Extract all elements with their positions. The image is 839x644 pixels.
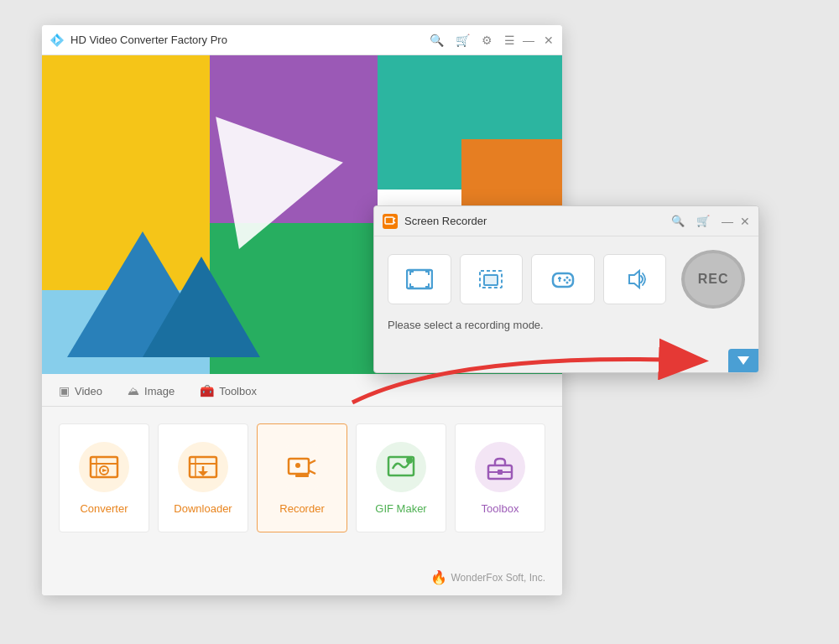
audio-mode-button[interactable] (603, 254, 667, 304)
recorder-label: Recorder (279, 502, 324, 515)
recorder-button[interactable]: Recorder (257, 423, 347, 532)
video-tab-icon: ▣ (59, 384, 70, 397)
titlebar-icons: 🔍 🛒 ⚙ ☰ (430, 34, 515, 47)
recorder-title-icon (383, 214, 398, 229)
recorder-popup: Screen Recorder 🔍 🛒 — ✕ (373, 205, 759, 373)
rec-button[interactable]: REC (681, 250, 745, 309)
toolbar-nav: ▣ Video ⛰ Image 🧰 Toolbox (42, 374, 562, 407)
bottom-toolbar: ▣ Video ⛰ Image 🧰 Toolbox (42, 374, 562, 595)
toolbox-button[interactable]: Toolbox (455, 423, 545, 532)
cart-icon[interactable]: 🛒 (456, 34, 470, 47)
toolbox-label: Toolbox (482, 502, 519, 515)
brand-text: WonderFox Soft, Inc. (451, 572, 546, 584)
svg-marker-37 (629, 271, 639, 288)
downloader-icon (178, 442, 228, 492)
footer-brand: 🔥 WonderFox Soft, Inc. (430, 569, 546, 585)
minimize-button[interactable]: — (522, 34, 535, 47)
search-icon[interactable]: 🔍 (430, 34, 444, 47)
gifmaker-label: GIF Maker (375, 502, 426, 515)
app-icon (49, 32, 65, 49)
main-title: HD Video Converter Factory Pro (70, 34, 430, 46)
gifmaker-button[interactable]: GIF Maker (356, 423, 446, 532)
svg-marker-7 (102, 469, 107, 472)
downloader-label: Downloader (174, 502, 232, 515)
close-button[interactable]: ✕ (542, 34, 555, 47)
recorder-body: REC (374, 236, 758, 319)
recorder-minimize-button[interactable]: — (722, 215, 733, 228)
menu-icon[interactable]: ☰ (504, 34, 515, 47)
tab-video[interactable]: ▣ Video (59, 384, 102, 406)
converter-button[interactable]: Converter (59, 423, 149, 532)
svg-point-36 (565, 282, 568, 284)
rec-label: REC (698, 272, 729, 287)
recorder-title-text: Screen Recorder (404, 215, 671, 227)
svg-rect-23 (385, 217, 393, 224)
toolbox-tab-label: Toolbox (219, 385, 257, 397)
toolbar-items: Converter Downloader (42, 407, 562, 549)
image-tab-label: Image (144, 385, 175, 397)
tab-toolbox[interactable]: 🧰 Toolbox (200, 384, 257, 406)
toolbox-tab-icon: 🧰 (200, 384, 214, 397)
image-tab-icon: ⛰ (128, 384, 139, 397)
status-text: Please select a recording mode. (388, 319, 544, 331)
toolbox-icon (475, 442, 525, 492)
recorder-search-icon[interactable]: 🔍 (671, 215, 685, 227)
main-titlebar: HD Video Converter Factory Pro 🔍 🛒 ⚙ ☰ —… (42, 25, 562, 55)
region-mode-button[interactable] (460, 254, 524, 304)
gifmaker-icon (376, 442, 426, 492)
recorder-close-button[interactable]: ✕ (740, 215, 750, 228)
converter-label: Converter (80, 502, 128, 515)
play-shape (216, 96, 355, 249)
svg-marker-12 (198, 471, 208, 476)
svg-point-34 (568, 279, 571, 282)
recorder-titlebar-icons: 🔍 🛒 (671, 215, 710, 227)
fullscreen-mode-button[interactable] (388, 254, 451, 304)
dropdown-button[interactable] (728, 349, 758, 372)
tab-image[interactable]: ⛰ Image (128, 384, 175, 406)
svg-point-17 (295, 463, 300, 468)
svg-point-33 (565, 277, 568, 279)
downloader-button[interactable]: Downloader (158, 423, 248, 532)
recorder-titlebar: Screen Recorder 🔍 🛒 — ✕ (374, 206, 758, 236)
svg-point-19 (406, 457, 413, 464)
gear-icon[interactable]: ⚙ (482, 34, 492, 47)
window-controls: — ✕ (522, 34, 555, 47)
svg-rect-16 (295, 475, 309, 477)
video-tab-label: Video (75, 385, 102, 397)
recorder-status: Please select a recording mode. (374, 319, 758, 341)
converter-icon (79, 442, 129, 492)
game-mode-button[interactable] (531, 254, 595, 304)
svg-rect-28 (484, 275, 498, 285)
svg-point-35 (563, 279, 565, 282)
svg-marker-38 (737, 356, 749, 365)
svg-rect-22 (498, 470, 503, 475)
recorder-cart-icon[interactable]: 🛒 (696, 215, 710, 227)
mountain2 (143, 257, 260, 357)
recorder-icon (277, 442, 327, 492)
